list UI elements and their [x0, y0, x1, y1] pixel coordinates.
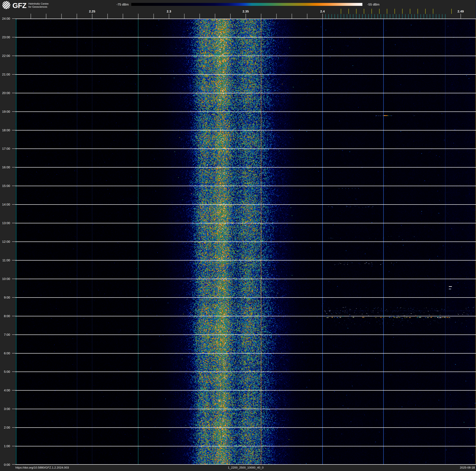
time-tick [12, 279, 15, 279]
ble-channel-tick [356, 14, 357, 18]
gfz-logo: GFZ Helmholtz Centre for Geosciences [2, 1, 49, 10]
ble-channel-tick [387, 14, 387, 18]
ble-channel-tick [365, 14, 366, 18]
time-tick-label: 12:00 [0, 240, 10, 244]
colorbar [131, 3, 362, 6]
ble-channel-tick [338, 14, 338, 18]
freq-tick [307, 14, 307, 18]
wifi-channel-tick [451, 9, 452, 14]
ble-channel-tick [344, 14, 344, 18]
freq-tick [230, 14, 231, 18]
time-tick-label: 9:00 [0, 295, 10, 299]
freq-tick [138, 14, 138, 18]
gfz-brand-text: GFZ [12, 2, 26, 9]
time-tick [12, 130, 15, 130]
ble-channel-tick [418, 14, 418, 18]
ble-channel-tick [405, 14, 406, 18]
time-tick [12, 223, 15, 223]
gfz-subtitle-line1: Helmholtz Centre [28, 2, 49, 5]
ble-channel-tick [396, 14, 396, 18]
time-tick-label: 18:00 [0, 128, 10, 132]
colorbar-max-label: -55 dBm [367, 3, 379, 6]
ble-channel-tick [390, 14, 390, 18]
time-tick [12, 148, 15, 149]
ble-channel-tick [332, 14, 332, 18]
wifi-channel-tick [341, 9, 341, 14]
ble-channel-tick [384, 14, 384, 18]
freq-tick-label: 2.49 [454, 10, 468, 13]
wifi-channel-tick [356, 9, 357, 14]
time-tick [12, 409, 15, 409]
freq-tick-label: 2.25 [85, 10, 99, 13]
freq-tick [61, 14, 62, 18]
freq-tick [200, 14, 200, 18]
ble-channel-tick [442, 14, 442, 18]
time-tick [12, 204, 15, 205]
freq-tick [276, 14, 277, 18]
gfz-subtitle-line2: for Geosciences [28, 5, 47, 8]
freq-tick [292, 14, 292, 18]
ble-channel-tick [372, 14, 372, 18]
ble-channel-tick [381, 14, 381, 18]
wifi-channel-tick [402, 9, 403, 14]
freq-tick [153, 14, 154, 18]
freq-tick [77, 14, 77, 18]
wifi-channel-tick [425, 9, 426, 14]
time-tick-label: 7:00 [0, 333, 10, 337]
freq-tick-label: 2.4 [316, 10, 329, 13]
dataset-id-text: 1_2200_2500_10000_40_0 [15, 466, 476, 469]
time-tick [12, 464, 15, 465]
freq-tick [169, 14, 169, 18]
ble-channel-tick [347, 14, 347, 18]
spectrogram-plot [15, 18, 476, 465]
time-tick-label: 5:00 [0, 370, 10, 374]
spectrogram-page: { "header": { "logo": { "brand": "GFZ", … [0, 0, 476, 471]
time-tick-label: 3:00 [0, 407, 10, 411]
wifi-channel-tick [372, 9, 372, 14]
time-tick-label: 15:00 [0, 184, 10, 188]
time-tick-label: 1:00 [0, 444, 10, 448]
time-tick-label: 24:00 [0, 17, 10, 21]
time-tick [12, 353, 15, 353]
wifi-channel-tick [348, 9, 349, 14]
time-tick [12, 37, 15, 37]
ble-channel-tick [439, 14, 439, 18]
time-tick-label: 14:00 [0, 202, 10, 206]
time-tick-label: 19:00 [0, 109, 10, 114]
wifi-channel-tick [364, 9, 364, 14]
ble-channel-tick [328, 14, 329, 18]
ble-channel-tick [353, 14, 353, 18]
ble-channel-tick [325, 14, 326, 18]
freq-tick [46, 14, 46, 18]
time-tick [12, 427, 15, 428]
ble-channel-tick [414, 14, 415, 18]
time-tick-label: 23:00 [0, 35, 10, 39]
ble-channel-tick [430, 14, 430, 18]
time-tick [12, 446, 15, 446]
wifi-channel-tick [394, 9, 395, 14]
ble-channel-tick [436, 14, 436, 18]
date-text: 2025-08-18 [460, 466, 475, 469]
time-tick-label: 20:00 [0, 91, 10, 95]
ble-channel-tick [350, 14, 350, 18]
time-tick-label: 22:00 [0, 54, 10, 58]
time-tick [12, 390, 15, 390]
ble-channel-tick [399, 14, 399, 18]
freq-tick [184, 14, 185, 18]
time-tick [12, 93, 15, 93]
freq-tick [92, 14, 92, 18]
time-tick [12, 297, 15, 298]
time-tick-label: 2:00 [0, 425, 10, 430]
time-tick [12, 316, 15, 316]
freq-tick [31, 14, 31, 18]
freq-tick-label: 2.3 [162, 10, 176, 13]
time-tick-label: 11:00 [0, 258, 10, 262]
time-tick [12, 334, 15, 335]
time-tick [12, 111, 15, 112]
ble-channel-tick [359, 14, 359, 18]
wifi-channel-tick [418, 9, 418, 14]
wifi-channel-tick [410, 9, 410, 14]
time-tick-label: 10:00 [0, 277, 10, 281]
time-tick [12, 18, 15, 19]
ble-channel-tick [433, 14, 433, 18]
